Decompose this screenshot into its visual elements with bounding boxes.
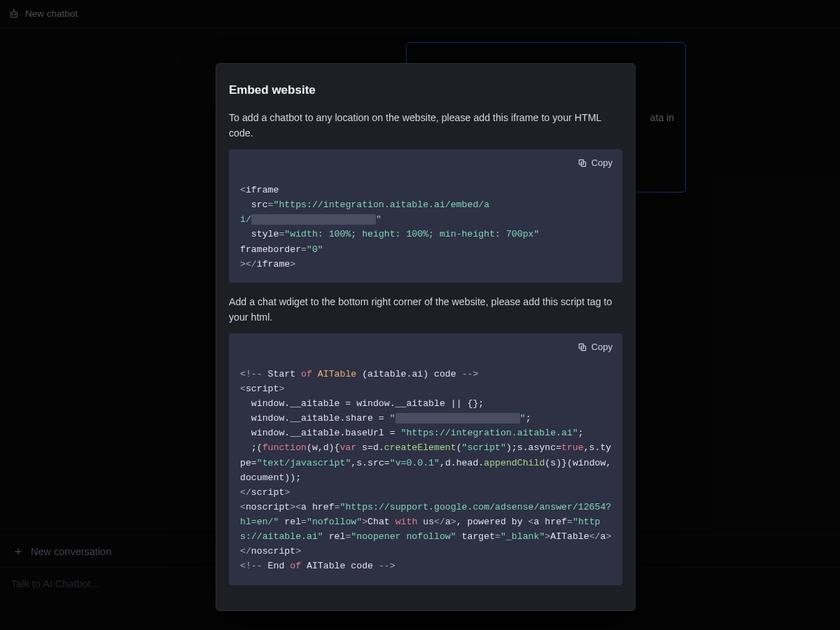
modal-paragraph-2: Add a chat wdiget to the bottom right co…: [229, 294, 622, 325]
code-content-2: <!-- Start of AITable (aitable.ai) code …: [240, 367, 612, 574]
modal-paragraph-1: To add a chatbot to any location on the …: [229, 110, 622, 141]
modal-title: Embed website: [229, 83, 622, 97]
copy-button-1[interactable]: Copy: [578, 156, 612, 171]
embed-modal: Embed website To add a chatbot to any lo…: [216, 63, 636, 611]
code-block-iframe: Copy <iframe src="https://integration.ai…: [229, 149, 622, 283]
copy-button-2[interactable]: Copy: [578, 340, 612, 355]
code-block-script: Copy <!-- Start of AITable (aitable.ai) …: [229, 333, 622, 585]
code-content-1: <iframe src="https://integration.aitable…: [240, 183, 612, 272]
